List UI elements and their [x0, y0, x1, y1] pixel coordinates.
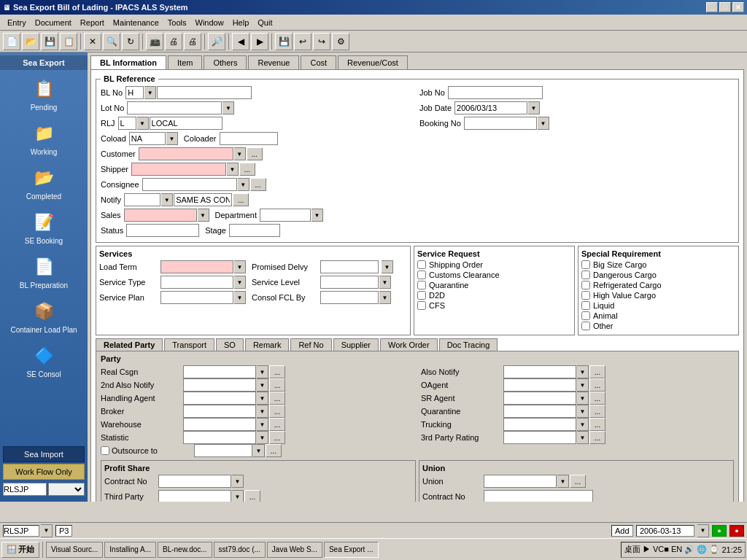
- toolbar-save-as[interactable]: 💾: [41, 33, 58, 50]
- toolbar-save[interactable]: 💾: [275, 33, 293, 50]
- 2nd-also-notify-dots[interactable]: ...: [269, 378, 285, 392]
- real-csgn-dots[interactable]: ...: [269, 365, 285, 378]
- inner-tab-so[interactable]: SO: [216, 338, 244, 351]
- toolbar-zoom[interactable]: 🔎: [208, 33, 225, 50]
- rlj-prefix[interactable]: [118, 117, 136, 130]
- booking-no-input[interactable]: [464, 117, 537, 130]
- warehouse-dots[interactable]: ...: [269, 418, 285, 431]
- 3rd-party-dots[interactable]: ...: [589, 431, 605, 444]
- rlj-value[interactable]: [150, 117, 222, 130]
- sidebar-item-se-consol[interactable]: 🔷 SE Consol: [0, 338, 88, 381]
- union-dropdown[interactable]: ▼: [557, 475, 569, 488]
- broker-input[interactable]: [183, 405, 256, 418]
- big-size-checkbox[interactable]: [581, 260, 590, 269]
- menu-window[interactable]: Window: [191, 17, 228, 28]
- outsource-checkbox[interactable]: [101, 446, 109, 455]
- handling-agent-dots[interactable]: ...: [269, 392, 285, 405]
- broker-dots[interactable]: ...: [269, 405, 285, 418]
- load-term-input[interactable]: [160, 260, 233, 273]
- menu-tools[interactable]: Tools: [163, 17, 191, 28]
- minimize-button[interactable]: _: [706, 2, 718, 12]
- 3rd-party-dropdown[interactable]: ▼: [577, 431, 589, 444]
- consignee-dropdown[interactable]: ▼: [238, 178, 249, 191]
- tab-cost[interactable]: Cost: [301, 55, 336, 69]
- customs-clearance-checkbox[interactable]: [417, 271, 426, 279]
- toolbar-new[interactable]: 📄: [3, 33, 20, 50]
- union-input[interactable]: [484, 475, 557, 488]
- bl-no-prefix[interactable]: [125, 86, 144, 99]
- customer-input[interactable]: [139, 147, 233, 160]
- third-party-dots[interactable]: ...: [244, 490, 260, 502]
- consignee-input[interactable]: [142, 178, 237, 191]
- menu-entry[interactable]: Entry: [3, 17, 31, 28]
- toolbar-extra[interactable]: ⚙: [332, 33, 349, 50]
- service-level-input[interactable]: [320, 276, 379, 289]
- trucking-input[interactable]: [503, 418, 576, 431]
- cfs-checkbox[interactable]: [417, 301, 426, 310]
- contract-no-dropdown[interactable]: ▼: [232, 475, 244, 488]
- customer-dropdown[interactable]: ▼: [234, 147, 246, 160]
- tab-revenue[interactable]: Revenue: [248, 55, 299, 69]
- coload-dropdown[interactable]: ▼: [166, 132, 178, 145]
- toolbar-prev[interactable]: ◀: [232, 33, 249, 50]
- sidebar-item-se-booking[interactable]: 📝 SE Booking: [0, 205, 88, 248]
- menu-quit[interactable]: Quit: [253, 17, 276, 28]
- statistic-dropdown[interactable]: ▼: [257, 431, 268, 444]
- status-user-input[interactable]: [3, 525, 39, 537]
- statistic-dots[interactable]: ...: [269, 431, 285, 444]
- animal-checkbox[interactable]: [581, 311, 590, 320]
- third-party-dropdown[interactable]: ▼: [232, 490, 244, 502]
- handling-agent-input[interactable]: [183, 392, 256, 405]
- inner-tab-transport[interactable]: Transport: [164, 338, 214, 351]
- 2nd-also-notify-dropdown[interactable]: ▼: [257, 378, 268, 392]
- work-flow-only-button[interactable]: Work Flow Only: [3, 464, 85, 480]
- contract-no-input[interactable]: [158, 475, 231, 488]
- oagent-input[interactable]: [503, 378, 576, 392]
- sr-agent-input[interactable]: [503, 392, 576, 405]
- promised-delvy-dropdown[interactable]: ▼: [382, 260, 393, 273]
- also-notify-input[interactable]: [503, 365, 576, 378]
- status-input[interactable]: [126, 224, 199, 237]
- taskbar-bl-new[interactable]: BL-new.doc...: [158, 542, 212, 558]
- toolbar-print2[interactable]: 🖨: [184, 33, 201, 50]
- handling-agent-dropdown[interactable]: ▼: [257, 392, 268, 405]
- lot-no-input[interactable]: [127, 101, 222, 114]
- notify-dropdown[interactable]: ▼: [161, 193, 173, 206]
- taskbar-visual-source[interactable]: Visual Sourc...: [46, 542, 103, 558]
- tab-revenue-cost[interactable]: Revenue/Cost: [338, 55, 408, 69]
- toolbar-undo[interactable]: ↩: [294, 33, 311, 50]
- toolbar-delete[interactable]: ✕: [84, 33, 101, 50]
- start-button[interactable]: 🪟 开始: [1, 542, 39, 558]
- inner-tab-remark[interactable]: Remark: [245, 338, 290, 351]
- outsource-input[interactable]: [194, 444, 252, 457]
- service-type-input[interactable]: [160, 276, 233, 289]
- menu-maintenance[interactable]: Maintenance: [109, 17, 163, 28]
- taskbar-java-web[interactable]: Java Web S...: [267, 542, 322, 558]
- quarantine2-dropdown[interactable]: ▼: [577, 405, 589, 418]
- inner-tab-related-party[interactable]: Related Party: [96, 338, 163, 351]
- maximize-button[interactable]: □: [719, 2, 731, 12]
- user-select[interactable]: [48, 483, 85, 496]
- toolbar-print[interactable]: 🖨: [165, 33, 182, 50]
- warehouse-input[interactable]: [183, 418, 256, 431]
- menu-document[interactable]: Document: [31, 17, 76, 28]
- quarantine2-input[interactable]: [503, 405, 576, 418]
- shipper-dropdown[interactable]: ▼: [227, 163, 239, 176]
- 2nd-also-notify-input[interactable]: [183, 378, 256, 392]
- notify-dots[interactable]: ...: [233, 193, 249, 206]
- status-user-dropdown[interactable]: ▼: [41, 524, 53, 537]
- third-party-input[interactable]: [158, 490, 231, 502]
- booking-no-dropdown[interactable]: ▼: [538, 117, 549, 130]
- also-notify-dots[interactable]: ...: [589, 365, 605, 378]
- liquid-checkbox[interactable]: [581, 301, 590, 310]
- service-type-dropdown[interactable]: ▼: [234, 276, 246, 289]
- quarantine-checkbox[interactable]: [417, 281, 426, 289]
- sales-dropdown[interactable]: ▼: [198, 209, 209, 222]
- taskbar-sea-export[interactable]: Sea Export ...: [324, 542, 379, 558]
- sidebar-item-working[interactable]: 📁 Working: [0, 116, 88, 159]
- job-no-input[interactable]: [448, 86, 543, 99]
- toolbar-copy[interactable]: 📋: [60, 33, 77, 50]
- close-button[interactable]: ✕: [732, 2, 744, 12]
- dangerous-checkbox[interactable]: [581, 271, 590, 279]
- sr-agent-dropdown[interactable]: ▼: [577, 392, 589, 405]
